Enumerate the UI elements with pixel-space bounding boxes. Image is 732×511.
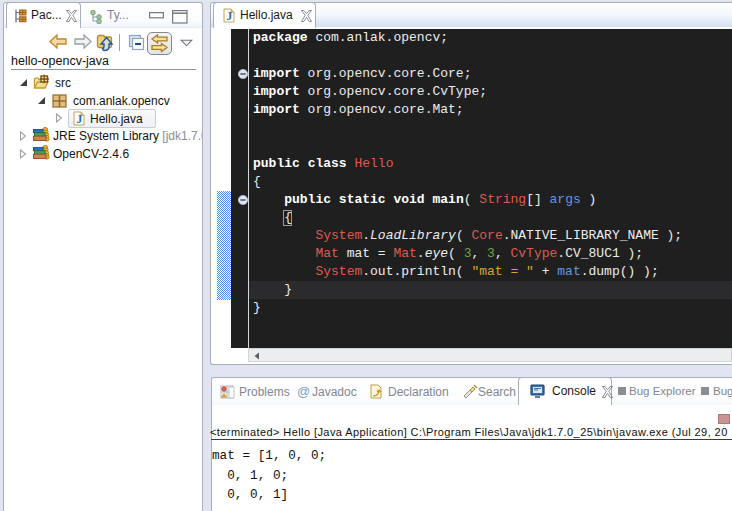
svg-text:J: J — [76, 113, 82, 125]
svg-text:J: J — [226, 10, 232, 22]
